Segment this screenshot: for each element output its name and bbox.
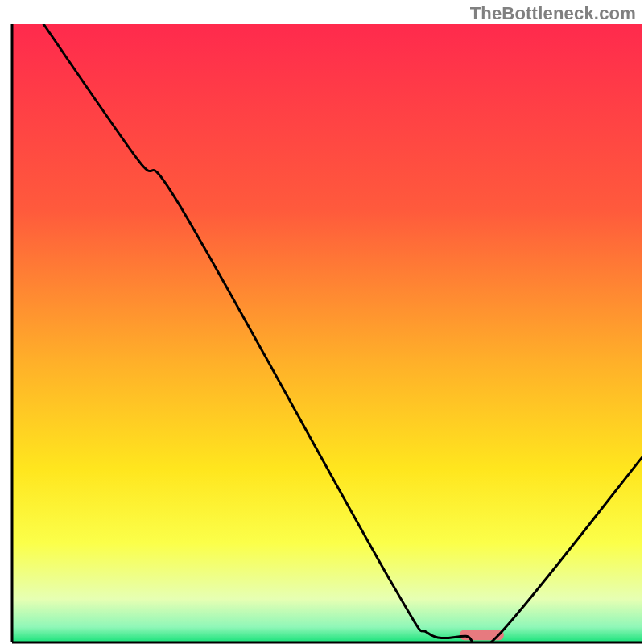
bottleneck-chart [0,0,644,644]
chart-stage: TheBottleneck.com [0,0,644,644]
watermark-text: TheBottleneck.com [470,3,636,24]
